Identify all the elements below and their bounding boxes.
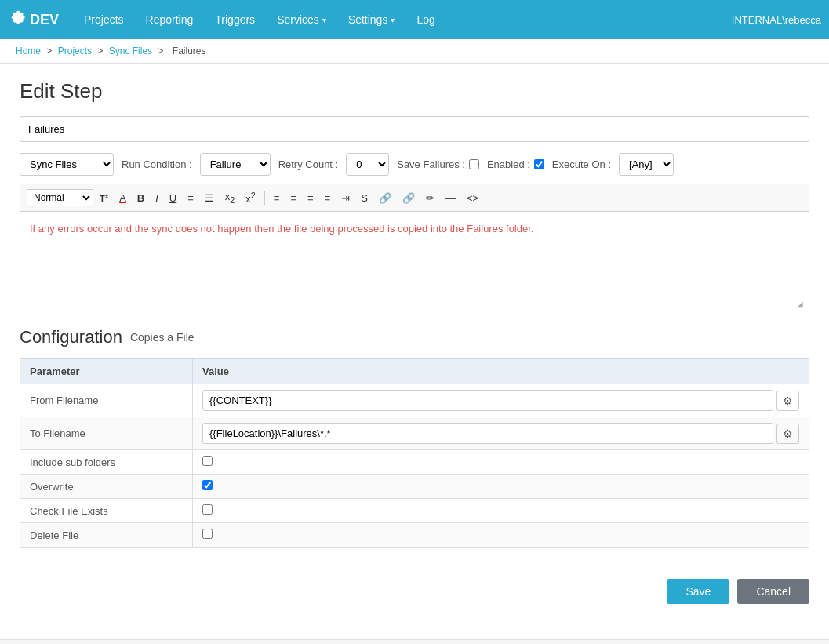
nav-log[interactable]: Log xyxy=(407,9,444,31)
execute-on-select[interactable]: [Any] xyxy=(619,153,674,176)
breadcrumb-current: Failures xyxy=(173,45,206,56)
page-footer: © COPYRIGHT SIMEGO 2009-2017 - Ouvvi v3.… xyxy=(0,639,829,644)
param-value-cell xyxy=(193,475,809,499)
source-button[interactable]: <> xyxy=(462,190,483,206)
app-logo[interactable]: DEV xyxy=(8,9,59,31)
strikethrough-button[interactable]: S xyxy=(356,190,373,206)
retry-count-select[interactable]: 0 1 2 3 xyxy=(346,153,389,176)
footer-buttons: Save Cancel xyxy=(20,571,809,620)
param-label: Delete File xyxy=(20,523,193,548)
font-color-button[interactable]: A xyxy=(115,190,131,206)
enabled-label: Enabled : xyxy=(487,158,530,170)
unordered-list-button[interactable]: ☰ xyxy=(200,190,219,206)
col-header-value: Value xyxy=(193,359,809,384)
breadcrumb-projects[interactable]: Projects xyxy=(58,45,92,56)
delete-file-checkbox[interactable] xyxy=(202,529,213,539)
hr-button[interactable]: — xyxy=(441,190,460,206)
param-value-cell xyxy=(193,523,809,548)
subscript-button[interactable]: x2 xyxy=(220,188,240,207)
editor-toolbar: Normal Heading 1 Heading 2 Heading 3 T± … xyxy=(20,184,809,212)
italic-button[interactable]: I xyxy=(151,190,163,206)
logo-gear-icon xyxy=(8,9,30,31)
link-button[interactable]: 🔗 xyxy=(374,190,396,206)
nav-projects[interactable]: Projects xyxy=(75,9,133,31)
save-failures-label: Save Failures : xyxy=(397,158,465,170)
resize-handle-icon: ◢ xyxy=(797,300,806,309)
font-size-button[interactable]: T± xyxy=(95,190,113,206)
check-file-exists-checkbox[interactable] xyxy=(202,504,213,515)
save-button[interactable]: Save xyxy=(667,579,729,604)
format-select[interactable]: Normal Heading 1 Heading 2 Heading 3 xyxy=(27,189,93,206)
param-value-cell xyxy=(193,499,809,523)
bold-button[interactable]: B xyxy=(133,190,149,206)
to-filename-input[interactable] xyxy=(202,423,773,444)
user-label: INTERNAL\rebecca xyxy=(732,14,821,26)
param-value-cell: ⚙ xyxy=(193,417,809,450)
overwrite-checkbox[interactable] xyxy=(202,480,213,490)
align-center-button[interactable]: ≡ xyxy=(269,190,285,206)
top-navigation: DEV Projects Reporting Triggers Services… xyxy=(0,0,829,39)
col-header-parameter: Parameter xyxy=(20,359,193,384)
execute-on-label: Execute On : xyxy=(552,158,611,170)
breadcrumb-sync-files[interactable]: Sync Files xyxy=(109,45,152,56)
pipeline-select[interactable]: Sync Files xyxy=(20,153,114,176)
highlight-button[interactable]: ✏ xyxy=(421,190,439,206)
align-justify-button[interactable]: ≡ xyxy=(320,190,336,206)
indent-button[interactable]: ⇥ xyxy=(336,190,355,206)
save-failures-item: Save Failures : xyxy=(397,158,479,170)
table-row: To Filename ⚙ xyxy=(20,417,809,450)
editor-resize-handle-container: ◢ xyxy=(20,298,809,311)
param-label: To Filename xyxy=(20,417,193,450)
configuration-subtitle: Copies a File xyxy=(130,331,195,344)
run-condition-select[interactable]: Always Failure Success None xyxy=(200,153,271,176)
settings-dropdown-icon: ▾ xyxy=(391,16,395,24)
to-filename-input-group: ⚙ xyxy=(202,423,799,444)
align-left-button[interactable]: ≡ xyxy=(285,190,301,206)
from-filename-input-group: ⚙ xyxy=(202,390,799,411)
underline-button[interactable]: U xyxy=(165,190,181,206)
nav-menu: Projects Reporting Triggers Services ▾ S… xyxy=(75,9,732,31)
ordered-list-button[interactable]: ≡ xyxy=(183,190,198,206)
superscript-button[interactable]: x2 xyxy=(241,188,260,207)
step-toolbar-row: Sync Files Run Condition : Always Failur… xyxy=(20,153,809,176)
enabled-checkbox[interactable] xyxy=(534,159,544,169)
table-row: Overwrite xyxy=(20,475,809,499)
app-name-label: DEV xyxy=(30,12,59,28)
configuration-table: Parameter Value From Filename ⚙ xyxy=(20,358,809,548)
param-label: From Filename xyxy=(20,384,193,417)
rich-text-editor: Normal Heading 1 Heading 2 Heading 3 T± … xyxy=(20,184,809,311)
cancel-button[interactable]: Cancel xyxy=(737,579,809,604)
nav-settings[interactable]: Settings ▾ xyxy=(339,9,405,31)
nav-triggers[interactable]: Triggers xyxy=(205,9,264,31)
toolbar-divider-1 xyxy=(264,191,265,205)
param-value-cell xyxy=(193,450,809,475)
main-content: Edit Step Sync Files Run Condition : Alw… xyxy=(0,64,829,639)
enabled-item: Enabled : xyxy=(487,158,544,170)
to-filename-gear-button[interactable]: ⚙ xyxy=(776,424,799,444)
align-right-button[interactable]: ≡ xyxy=(303,190,318,206)
nav-reporting[interactable]: Reporting xyxy=(136,9,203,31)
param-label: Overwrite xyxy=(20,475,193,499)
editor-content-area[interactable]: If any errors occur and the sync does no… xyxy=(20,212,809,298)
table-row: Check File Exists xyxy=(20,499,809,523)
retry-count-label: Retry Count : xyxy=(278,158,339,170)
breadcrumb-home[interactable]: Home xyxy=(16,45,41,56)
param-label: Include sub folders xyxy=(20,450,193,475)
table-row: From Filename ⚙ xyxy=(20,384,809,417)
page-title: Edit Step xyxy=(20,79,809,104)
table-row: Delete File xyxy=(20,523,809,548)
run-condition-label: Run Condition : xyxy=(122,158,192,170)
table-row: Include sub folders xyxy=(20,450,809,475)
save-failures-checkbox[interactable] xyxy=(469,159,479,169)
step-name-input[interactable] xyxy=(20,116,809,142)
include-sub-folders-checkbox[interactable] xyxy=(202,456,213,466)
from-filename-input[interactable] xyxy=(202,390,773,411)
breadcrumb: Home > Projects > Sync Files > Failures xyxy=(0,39,829,64)
configuration-section: Configuration Copies a File Parameter Va… xyxy=(20,327,809,548)
from-filename-gear-button[interactable]: ⚙ xyxy=(776,391,799,411)
param-value-cell: ⚙ xyxy=(193,384,809,417)
param-label: Check File Exists xyxy=(20,499,193,523)
services-dropdown-icon: ▾ xyxy=(322,16,326,24)
unlink-button[interactable]: 🔗 xyxy=(398,190,420,206)
nav-services[interactable]: Services ▾ xyxy=(267,9,336,31)
